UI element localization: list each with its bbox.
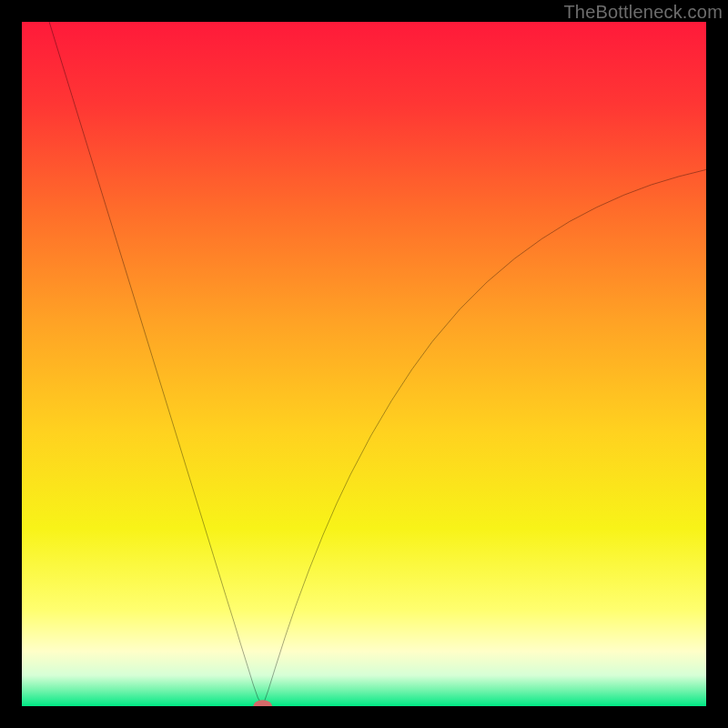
watermark-text: TheBottleneck.com — [563, 2, 723, 23]
bottleneck-chart — [22, 22, 706, 706]
gradient-bg — [22, 22, 706, 706]
chart-frame — [22, 22, 706, 706]
